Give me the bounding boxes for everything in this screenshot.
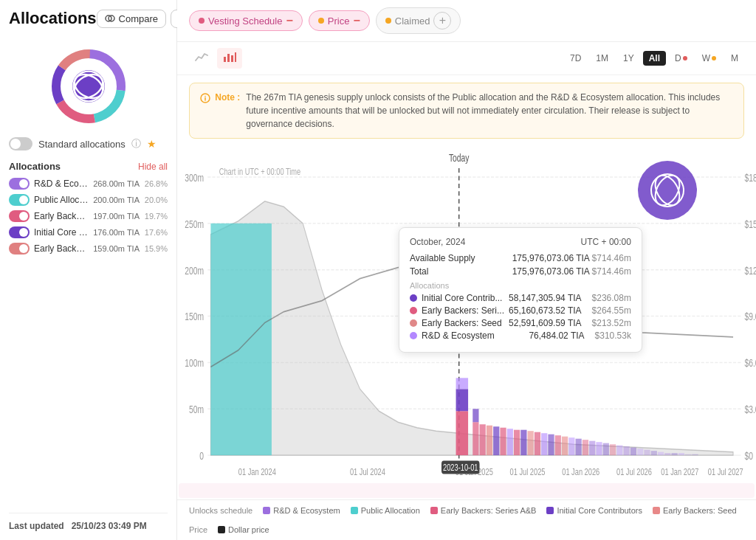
svg-text:01 Jul 2026: 01 Jul 2026 <box>616 466 652 477</box>
price-remove[interactable]: − <box>353 15 360 27</box>
note-text: The 267m TIA genesis supply unlock consi… <box>246 91 733 131</box>
svg-text:01 Jul 2027: 01 Jul 2027 <box>708 466 743 477</box>
alloc-item-rd: R&D & Ecosy... 268.00m TIA 26.8% <box>9 178 168 190</box>
legend-label-rd: R&D & Ecosystem <box>273 506 340 515</box>
svg-text:$3.00: $3.00 <box>745 403 756 415</box>
svg-rect-64 <box>596 442 602 455</box>
tooltip-supply-row: Available Supply 175,976,073.06 TIA $714… <box>410 253 631 263</box>
tooltip-utc: UTC + 00:00 <box>581 237 631 247</box>
compare-icon <box>105 13 115 24</box>
alloc-section-header: Allocations Hide all <box>9 161 168 172</box>
legend-label-eb-seed: Early Backers: Seed <box>663 506 737 515</box>
tooltip-dot-1 <box>410 307 417 314</box>
svg-rect-55 <box>535 432 540 455</box>
alloc-item-eb1: Early Backers... 197.00m TIA 19.7% <box>9 210 168 222</box>
1m-btn[interactable]: 1M <box>590 51 614 66</box>
svg-text:$12.00: $12.00 <box>745 264 756 277</box>
line-chart-btn[interactable] <box>189 48 214 69</box>
legend-eb-seed: Early Backers: Seed <box>653 506 737 515</box>
legend-dot-ic <box>546 507 554 514</box>
legend-dot-dollar <box>218 526 225 533</box>
svg-text:$18.00: $18.00 <box>745 171 756 184</box>
svg-text:01 Jan 2026: 01 Jan 2026 <box>562 466 599 477</box>
tooltip-alloc-1: Early Backers: Seri... 65,160,673.52 TIA… <box>410 305 631 316</box>
svg-rect-74 <box>664 453 670 455</box>
alloc-name-pub: Public Allocat... <box>34 195 89 205</box>
tooltip-dot-0 <box>410 294 417 302</box>
price-pill[interactable]: Price − <box>309 10 370 31</box>
svg-text:Chart in UTC + 00:00 Time: Chart in UTC + 00:00 Time <box>219 166 300 176</box>
alloc-section-title: Allocations <box>9 161 61 172</box>
legend-bar: Unlocks schedule R&D & Ecosystem Public … <box>177 499 756 540</box>
standard-alloc-toggle[interactable] <box>9 137 32 150</box>
svg-rect-59 <box>562 437 568 455</box>
tooltip-total-tia: 175,976,073.06 TIA $714.46m <box>512 266 631 277</box>
svg-text:01 Jan 2024: 01 Jan 2024 <box>238 466 276 477</box>
price-dot <box>318 18 324 24</box>
standard-alloc-label: Standard allocations <box>38 139 126 150</box>
svg-rect-54 <box>528 431 534 455</box>
svg-rect-72 <box>651 451 657 455</box>
svg-text:2023-10-01: 2023-10-01 <box>443 462 478 472</box>
svg-text:Today: Today <box>449 151 470 164</box>
svg-rect-73 <box>658 452 664 455</box>
svg-text:50m: 50m <box>189 403 204 415</box>
tooltip-dot-3 <box>410 332 417 339</box>
legend-pub: Public Allocation <box>351 506 420 515</box>
tooltip-alloc-3: R&D & Ecosystem 76,484.02 TIA $310.53k <box>410 330 631 341</box>
legend-price-label: Price <box>189 525 207 534</box>
hide-all-button[interactable]: Hide all <box>138 162 168 172</box>
tooltip-month: October, 2024 <box>410 237 465 247</box>
7d-btn[interactable]: 7D <box>564 51 587 66</box>
compare-button[interactable]: Compare <box>97 10 166 28</box>
svg-text:01 Jan 2027: 01 Jan 2027 <box>661 466 698 477</box>
bar-chart-btn[interactable] <box>217 48 242 69</box>
alloc-name-rd: R&D & Ecosy... <box>34 179 89 189</box>
alloc-toggle-eb2[interactable] <box>9 243 30 255</box>
tooltip-dot-2 <box>410 319 417 327</box>
svg-rect-48 <box>487 426 492 455</box>
svg-rect-66 <box>610 444 616 455</box>
alloc-pct-eb2: 15.9% <box>144 244 168 253</box>
d-dot <box>683 56 687 60</box>
svg-text:$6.00: $6.00 <box>745 356 756 369</box>
d-btn[interactable]: D <box>669 51 693 66</box>
donut-chart <box>9 46 168 127</box>
vesting-remove[interactable]: − <box>286 15 292 27</box>
claimed-add[interactable]: + <box>433 12 451 30</box>
claimed-pill[interactable]: Claimed + <box>376 7 461 34</box>
svg-rect-76 <box>678 453 684 455</box>
chart-scrollbar[interactable] <box>179 483 755 498</box>
legend-dot-rd <box>263 507 270 514</box>
tooltip-supply-tia: 175,976,073.06 TIA $714.46m <box>512 253 631 263</box>
vesting-pill[interactable]: Vesting Schedule − <box>189 10 303 31</box>
tooltip-box: October, 2024 UTC + 00:00 Available Supp… <box>399 227 642 353</box>
svg-rect-68 <box>624 446 630 455</box>
alloc-toggle-ic[interactable] <box>9 226 30 238</box>
legend-dot-eb-ab <box>430 507 438 514</box>
svg-rect-50 <box>500 428 506 455</box>
legend-price-dollar: Dollar price <box>218 525 269 534</box>
alloc-toggle-pub[interactable] <box>9 194 30 206</box>
alloc-pct-eb1: 19.7% <box>144 212 168 221</box>
price-label: Price <box>328 15 350 27</box>
svg-text:01 Jul 2025: 01 Jul 2025 <box>510 466 546 477</box>
svg-rect-61 <box>576 439 582 455</box>
m-period-btn[interactable]: M <box>725 51 744 66</box>
left-panel: Allocations Compare <box>0 0 177 540</box>
alloc-toggle-rd[interactable] <box>9 178 30 190</box>
svg-rect-70 <box>637 449 643 455</box>
alloc-amount-eb1: 197.00m TIA <box>93 212 140 221</box>
logo-overlay <box>638 161 697 220</box>
w-btn[interactable]: W <box>696 51 722 66</box>
alloc-toggle-eb1[interactable] <box>9 210 30 222</box>
tooltip-alloc-2: Early Backers: Seed 52,591,609.59 TIA $2… <box>410 318 631 328</box>
all-btn[interactable]: All <box>643 51 666 66</box>
1y-btn[interactable]: 1Y <box>617 51 640 66</box>
alloc-amount-pub: 200.00m TIA <box>93 195 140 204</box>
svg-rect-11 <box>224 57 226 62</box>
tooltip-supply-label: Available Supply <box>410 253 475 263</box>
alloc-list: R&D & Ecosy... 268.00m TIA 26.8% Public … <box>9 178 168 255</box>
svg-rect-53 <box>520 430 526 455</box>
legend-dot-eb-seed <box>653 507 660 514</box>
